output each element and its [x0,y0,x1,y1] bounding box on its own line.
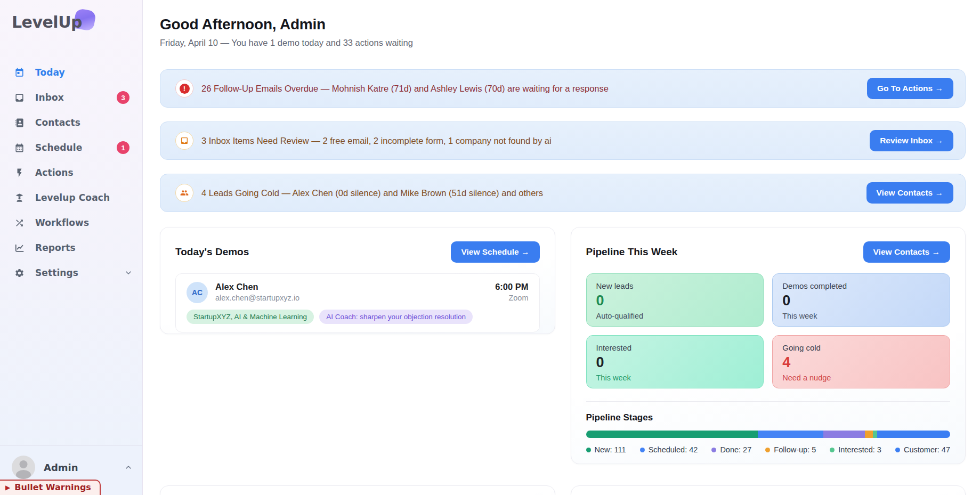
sidebar-item-label: Actions [35,167,74,178]
alert-banners: ! 26 Follow-Up Emails Overdue — Mohnish … [160,69,966,212]
stat-value: 0 [596,354,754,371]
bullet-warnings-label: Bullet Warnings [14,482,91,492]
view-schedule-button[interactable]: View Schedule → [451,241,539,263]
sidebar-item-label: Settings [35,267,78,278]
sidebar-item-label: Today [35,67,65,78]
sidebar-item-workflows[interactable]: Workflows [0,212,142,233]
bolt-icon [14,167,25,178]
view-contacts-button[interactable]: View Contacts → [866,182,953,204]
bullet-warnings-overlay[interactable]: Bullet Warnings [0,480,101,495]
legend-dot [895,448,900,452]
chart-line-icon [14,242,25,253]
legend-item-new: New: 111 [586,445,626,454]
legend-item-followup: Follow-up: 5 [765,445,816,454]
inbox-icon [14,92,25,103]
bar-segment-done [823,431,865,438]
sidebar-item-label: Contacts [35,117,80,128]
alert-circle-icon: ! [175,79,193,98]
alert-text: 4 Leads Going Cold — Alex Chen (0d silen… [201,188,866,198]
inbox-icon [175,132,193,150]
inbox-badge: 3 [117,91,129,104]
dashboard-cards: Today's Demos View Schedule → AC Alex Ch… [160,227,966,495]
demo-list-item[interactable]: AC Alex Chen alex.chen@startupxyz.io 6:0… [175,273,540,332]
sidebar: LevelUp Today Inbox 3 Contacts [0,0,143,495]
alert-leads-going-cold: 4 Leads Going Cold — Alex Chen (0d silen… [160,174,966,212]
sidebar-item-label: Levelup Coach [35,192,110,203]
bar-segment-customer [877,431,950,438]
bar-segment-followup [865,431,873,438]
legend-item-scheduled: Scheduled: 42 [640,445,698,454]
stat-going-cold: Going cold 4 Need a nudge [772,335,950,388]
demo-platform: Zoom [495,294,528,302]
sidebar-item-settings[interactable]: Settings [0,262,142,283]
sidebar-item-schedule[interactable]: Schedule 1 [0,137,142,158]
sidebar-item-today[interactable]: Today [0,62,142,83]
stat-demos-completed: Demos completed 0 This week [772,273,950,327]
legend-dot [765,448,770,452]
legend-item-interested: Interested: 3 [830,445,881,454]
sidebar-item-inbox[interactable]: Inbox 3 [0,87,142,108]
contact-initials-avatar: AC [187,282,208,303]
bar-segment-scheduled [758,431,823,438]
user-menu[interactable]: Admin [12,456,133,479]
todays-demos-card: Today's Demos View Schedule → AC Alex Ch… [160,227,555,334]
legend-dot [586,448,591,452]
alert-text: 26 Follow-Up Emails Overdue — Mohnish Ka… [201,84,867,94]
calendar-day-icon [14,67,25,78]
stat-value: 0 [596,293,754,309]
legend-dot [830,448,835,452]
alert-overdue-followups: ! 26 Follow-Up Emails Overdue — Mohnish … [160,69,966,108]
chevron-up-icon [124,463,133,472]
todays-demos-title: Today's Demos [175,246,249,258]
alert-text: 3 Inbox Items Need Review — 2 free email… [201,136,870,146]
review-inbox-button[interactable]: Review Inbox → [870,130,953,151]
bar-segment-new [586,431,758,438]
demo-time: 6:00 PM [495,282,528,292]
sidebar-item-levelup-coach[interactable]: Levelup Coach [0,187,142,208]
app-logo-text: LevelUp [12,13,82,31]
main-content: Good Afternoon, Admin Friday, April 10 —… [143,0,980,495]
sidebar-item-label: Workflows [35,217,89,228]
pipeline-stats: New leads 0 Auto-qualified Demos complet… [586,273,951,388]
contacts-icon [14,117,25,128]
schedule-badge: 1 [117,141,129,154]
contact-name: Alex Chen [215,282,495,292]
stat-value: 4 [782,354,940,371]
stat-interested: Interested 0 This week [586,335,764,388]
pipeline-this-week-card: Pipeline This Week View Contacts → New l… [571,227,966,464]
pipeline-stages-bar [586,431,951,438]
sidebar-item-reports[interactable]: Reports [0,237,142,258]
shuffle-icon [14,217,25,228]
page-title: Good Afternoon, Admin [160,16,966,33]
legend-dot [711,448,716,452]
sidebar-item-actions[interactable]: Actions [0,162,142,183]
legend-dot [640,448,645,452]
sidebar-item-label: Schedule [35,142,82,153]
ai-coach-tag: AI Coach: sharpen your objection resolut… [319,310,473,324]
left-column: Today's Demos View Schedule → AC Alex Ch… [160,227,555,495]
app-logo: LevelUp [12,13,142,38]
company-tag: StartupXYZ, AI & Machine Learning [187,310,314,324]
gear-icon [14,267,25,278]
view-contacts-button[interactable]: View Contacts → [863,241,950,263]
calendar-icon [14,142,25,153]
sidebar-item-label: Inbox [35,92,64,103]
sidebar-item-contacts[interactable]: Contacts [0,112,142,133]
play-icon [5,484,10,491]
next-card-peek [160,485,555,495]
chevron-down-icon [124,269,133,277]
bar-segment-interested [873,431,878,438]
alert-inbox-review: 3 Inbox Items Need Review — 2 free email… [160,121,966,160]
users-icon [175,184,193,202]
app-root: LevelUp Today Inbox 3 Contacts [0,0,980,495]
avatar [12,456,35,479]
sidebar-nav: Today Inbox 3 Contacts Schedule [0,62,142,287]
next-card-peek [571,485,966,495]
pipeline-legend: New: 111 Scheduled: 42 Done: 27 Follow-u… [586,445,951,454]
divider [586,401,951,402]
go-to-actions-button[interactable]: Go To Actions → [867,78,953,99]
pipeline-title: Pipeline This Week [586,246,678,258]
coach-icon [14,192,25,203]
contact-email: alex.chen@startupxyz.io [215,294,495,302]
right-column: Pipeline This Week View Contacts → New l… [571,227,966,495]
